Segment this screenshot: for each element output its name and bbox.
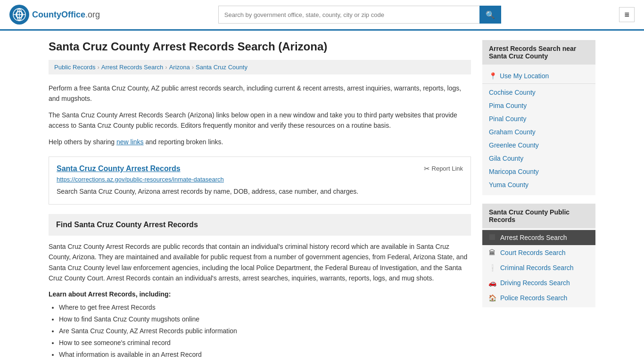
sidebar-location-pima[interactable]: Pima County — [482, 99, 595, 112]
sidebar-location-maricopa[interactable]: Maricopa County — [482, 165, 595, 178]
record-card: Santa Cruz County Arrest Records ✂ Repor… — [49, 156, 471, 205]
criminal-records-link[interactable]: Criminal Records Search — [500, 264, 574, 272]
record-description: Search Santa Cruz County, Arizona arrest… — [57, 187, 463, 197]
sidebar-location-cochise[interactable]: Cochise County — [482, 86, 595, 99]
police-records-link[interactable]: Police Records Search — [500, 294, 567, 302]
sidebar-location-pinal[interactable]: Pinal County — [482, 112, 595, 125]
intro-paragraph-2: The Santa Cruz County Arrest Records Sea… — [49, 110, 471, 131]
breadcrumb-sep-2: › — [165, 64, 167, 71]
use-my-location-item[interactable]: 📍 Use My Location — [482, 68, 595, 84]
menu-button[interactable]: ≡ — [619, 7, 635, 22]
logo-text: CountyOffice.org — [32, 10, 100, 20]
cochise-county-link[interactable]: Cochise County — [489, 89, 536, 96]
site-header: CountyOffice.org 🔍 ≡ — [0, 0, 644, 31]
arrest-records-link[interactable]: Arrest Records Search — [500, 234, 567, 241]
find-section-heading: Find Santa Cruz County Arrest Records — [56, 221, 463, 229]
location-pin-icon: 📍 — [489, 72, 497, 80]
intro-paragraph-1: Perform a free Santa Cruz County, AZ pub… — [49, 83, 471, 104]
maricopa-county-link[interactable]: Maricopa County — [489, 168, 539, 175]
arrest-records-icon — [488, 234, 496, 241]
yuma-county-link[interactable]: Yuma County — [489, 181, 528, 189]
pr-item-court[interactable]: 🏛 Court Records Search — [482, 245, 595, 260]
criminal-records-icon: ❕ — [488, 264, 496, 272]
new-links-link[interactable]: new links — [116, 138, 144, 146]
list-item: Where to get free Arrest Records — [59, 302, 471, 313]
court-records-link[interactable]: Court Records Search — [500, 249, 566, 256]
pinal-county-link[interactable]: Pinal County — [489, 115, 526, 123]
sidebar-location-graham[interactable]: Graham County — [482, 125, 595, 139]
greenlee-county-link[interactable]: Greenlee County — [489, 141, 539, 149]
pima-county-link[interactable]: Pima County — [489, 102, 527, 109]
learn-list: Where to get free Arrest Records How to … — [49, 302, 471, 361]
learn-heading: Learn about Arrest Records, including: — [49, 290, 471, 298]
gila-county-link[interactable]: Gila County — [489, 155, 523, 162]
sidebar-public-records-section: Santa Cruz County Public Records Arrest … — [482, 204, 595, 307]
record-title[interactable]: Santa Cruz County Arrest Records — [57, 165, 181, 173]
sidebar-location-greenlee[interactable]: Greenlee County — [482, 139, 595, 152]
intro-p3-before: Help others by sharing — [49, 138, 116, 146]
breadcrumb-item-arrest-records[interactable]: Arrest Records Search — [101, 64, 164, 71]
breadcrumb: Public Records › Arrest Records Search ›… — [49, 60, 471, 74]
pr-item-criminal[interactable]: ❕ Criminal Records Search — [482, 260, 595, 275]
sidebar-pr-list: Arrest Records Search 🏛 Court Records Se… — [482, 228, 595, 307]
search-input[interactable] — [218, 6, 479, 24]
breadcrumb-item-santa-cruz[interactable]: Santa Cruz County — [196, 64, 248, 71]
pr-item-driving[interactable]: 🚗 Driving Records Search — [482, 275, 595, 290]
report-link-button[interactable]: ✂ Report Link — [424, 165, 463, 173]
logo-icon — [9, 5, 29, 25]
graham-county-link[interactable]: Graham County — [489, 128, 536, 136]
sidebar-pr-header: Santa Cruz County Public Records — [482, 204, 595, 228]
driving-records-icon: 🚗 — [488, 279, 496, 287]
intro-p3-after: and reporting broken links. — [144, 138, 223, 146]
list-item: Are Santa Cruz County, AZ Arrest Records… — [59, 325, 471, 337]
find-section: Find Santa Cruz County Arrest Records — [49, 214, 471, 236]
police-records-icon: 🏠 — [488, 294, 496, 302]
record-card-header: Santa Cruz County Arrest Records ✂ Repor… — [57, 165, 463, 173]
search-area: 🔍 — [218, 6, 501, 24]
logo-area[interactable]: CountyOffice.org — [9, 5, 100, 25]
court-records-icon: 🏛 — [488, 249, 496, 256]
list-item: What information is available in an Arre… — [59, 349, 471, 361]
breadcrumb-sep-1: › — [97, 64, 99, 71]
sidebar-nearby-section: Arrest Records Search near Santa Cruz Co… — [482, 40, 595, 195]
breadcrumb-item-arizona[interactable]: Arizona — [169, 64, 190, 71]
record-url-link[interactable]: https://corrections.az.gov/public-resour… — [57, 176, 463, 183]
breadcrumb-item-public-records[interactable]: Public Records — [54, 64, 95, 71]
breadcrumb-sep-3: › — [192, 64, 194, 71]
main-content: Santa Cruz County Arrest Records Search … — [49, 40, 471, 361]
find-section-body: Santa Cruz County Arrest Records are pub… — [49, 241, 471, 284]
use-my-location-link[interactable]: Use My Location — [500, 72, 549, 80]
report-label: Report Link — [432, 165, 463, 172]
sidebar-nearby-header: Arrest Records Search near Santa Cruz Co… — [482, 40, 595, 65]
list-item: How to find Santa Cruz County mugshots o… — [59, 313, 471, 325]
driving-records-link[interactable]: Driving Records Search — [500, 279, 570, 287]
pr-item-police[interactable]: 🏠 Police Records Search — [482, 290, 595, 305]
search-button[interactable]: 🔍 — [479, 6, 501, 24]
sidebar-location-yuma[interactable]: Yuma County — [482, 178, 595, 191]
sidebar-nearby-list: 📍 Use My Location Cochise County Pima Co… — [482, 65, 595, 195]
intro-paragraph-3: Help others by sharing new links and rep… — [49, 137, 471, 147]
list-item: How to see someone's criminal record — [59, 337, 471, 349]
report-icon: ✂ — [424, 165, 430, 173]
sidebar: Arrest Records Search near Santa Cruz Co… — [482, 40, 595, 361]
pr-item-arrest[interactable]: Arrest Records Search — [482, 230, 595, 245]
content-wrapper: Santa Cruz County Arrest Records Search … — [39, 31, 605, 362]
page-title: Santa Cruz County Arrest Records Search … — [49, 40, 471, 53]
sidebar-location-gila[interactable]: Gila County — [482, 152, 595, 165]
